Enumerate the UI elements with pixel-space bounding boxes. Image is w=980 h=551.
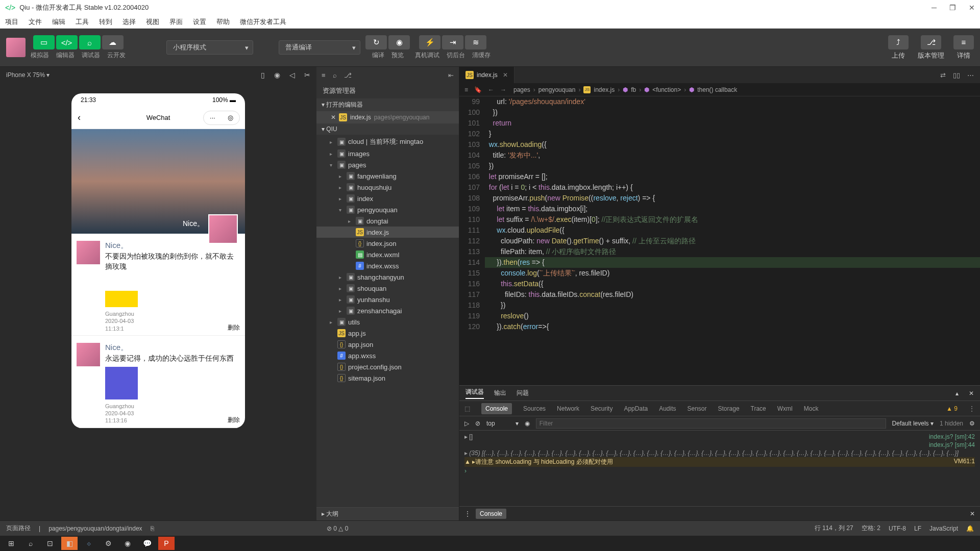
console-filter-input[interactable] <box>536 418 886 429</box>
drawer-close-icon[interactable]: ✕ <box>970 510 975 517</box>
devtab-sensor[interactable]: Sensor <box>688 405 707 412</box>
devtab-network[interactable]: Network <box>557 405 579 412</box>
devtools-tab-output[interactable]: 输出 <box>494 389 506 397</box>
close-tab-icon[interactable]: ✕ <box>503 71 508 79</box>
tree-node-app.json[interactable]: {}app.json <box>316 339 459 350</box>
editor-button[interactable]: </> <box>56 35 78 49</box>
sim-cut-icon[interactable]: ✂ <box>304 71 310 79</box>
search-icon[interactable]: ⌕ <box>333 71 337 79</box>
start-button[interactable]: ⊞ <box>3 537 19 550</box>
phone-screen[interactable]: 21:33100% ▬ ‹ WeChat ···◎ Nice。 Nice。 不要… <box>71 93 245 428</box>
devtools-close-icon[interactable]: ✕ <box>969 390 974 397</box>
code-area[interactable]: 99 100 101 102 103 104 105 106 107 108 1… <box>459 96 980 385</box>
app1-button[interactable]: ◧ <box>61 537 78 550</box>
maximize-button[interactable]: ❐ <box>949 4 956 12</box>
tree-node-index.js[interactable]: JSindex.js <box>316 227 459 238</box>
devtab-audits[interactable]: Audits <box>659 405 676 412</box>
tree-node-index.json[interactable]: {}index.json <box>316 238 459 249</box>
details-button[interactable]: ≡ <box>953 35 974 49</box>
chrome-button[interactable]: ◉ <box>119 537 136 550</box>
branch-icon[interactable]: ⎇ <box>344 71 352 79</box>
background-button[interactable]: ⇥ <box>442 35 463 49</box>
tree-node-shangchangyun[interactable]: ▸▣shangchangyun <box>316 271 459 283</box>
hero-image[interactable]: Nice。 <box>71 129 245 234</box>
opened-file[interactable]: ✕ JS index.js pages\pengyouquan <box>316 111 459 123</box>
tree-node-fangwenliang[interactable]: ▸▣fangwenliang <box>316 170 459 182</box>
post-avatar[interactable] <box>77 241 100 264</box>
tree-node-index.wxml[interactable]: ▤index.wxml <box>316 249 459 260</box>
tree-node-shouquan[interactable]: ▸▣shouquan <box>316 283 459 294</box>
console-menu-icon[interactable]: ⋮ <box>464 510 471 517</box>
clear-console-icon[interactable]: ⊘ <box>475 420 480 427</box>
devtab-trace[interactable]: Trace <box>751 405 766 412</box>
post-image[interactable] <box>105 274 138 307</box>
delete-button[interactable]: 删除 <box>228 324 240 332</box>
language-info[interactable]: JavaScript <box>929 525 958 532</box>
outline-header[interactable]: ▸ 大纲 <box>316 507 459 520</box>
inspect-icon[interactable]: ⬚ <box>464 405 470 412</box>
breadcrumb[interactable]: ≡🔖←→ pages› pengyouquan› JSindex.js› ⬢fb… <box>459 83 980 96</box>
devtab-console[interactable]: Console <box>481 403 512 414</box>
remote-debug-button[interactable]: ⚡ <box>419 35 440 49</box>
tree-node-pages[interactable]: ▾▣pages <box>316 159 459 170</box>
mode-dropdown[interactable]: 小程序模式 <box>166 40 253 55</box>
devtab-security[interactable]: Security <box>591 405 612 412</box>
opened-editors-header[interactable]: ▾ 打开的编辑器 <box>316 98 459 111</box>
debugger-button[interactable]: ⌕ <box>79 35 101 49</box>
minimize-button[interactable]: ─ <box>932 4 937 12</box>
tree-node-sitemap.json[interactable]: {}sitemap.json <box>316 372 459 384</box>
post-author[interactable]: Nice。 <box>105 343 240 353</box>
tree-node-utils[interactable]: ▸▣utils <box>316 316 459 328</box>
menu-帮助[interactable]: 帮助 <box>216 17 230 27</box>
devtab-mock[interactable]: Mock <box>804 405 819 412</box>
menu-文件[interactable]: 文件 <box>29 17 42 27</box>
tree-node-project.config.json[interactable]: {}project.config.json <box>316 361 459 372</box>
menu-视图[interactable]: 视图 <box>146 17 159 27</box>
console-drawer-tab[interactable]: Console <box>476 509 506 519</box>
copy-path-icon[interactable]: ⎘ <box>151 525 154 532</box>
context-selector[interactable]: top ▾ <box>486 420 519 427</box>
menu-设置[interactable]: 设置 <box>193 17 206 27</box>
hero-avatar[interactable] <box>208 214 238 244</box>
split-icon[interactable]: ▯▯ <box>953 71 960 79</box>
close-icon[interactable]: ✕ <box>331 114 336 121</box>
sim-rotate-icon[interactable]: ▯ <box>261 71 265 79</box>
sim-mute-icon[interactable]: ◁ <box>289 71 295 79</box>
devtools-tab-problems[interactable]: 问题 <box>517 389 529 397</box>
menu-转到[interactable]: 转到 <box>99 17 112 27</box>
preview-button[interactable]: ◉ <box>388 35 410 49</box>
console-body[interactable]: ▸ []index.js? [sm]:42 index.js? [sm]:44 … <box>459 431 980 506</box>
tree-node-pengyouquan[interactable]: ▾▣pengyouquan <box>316 204 459 215</box>
menu-选择[interactable]: 选择 <box>122 17 136 27</box>
indent-info[interactable]: 空格: 2 <box>862 524 880 533</box>
menu-项目[interactable]: 项目 <box>5 17 18 27</box>
back-icon[interactable]: ‹ <box>78 112 81 123</box>
sim-record-icon[interactable]: ◉ <box>274 71 280 79</box>
eye-icon[interactable]: ◉ <box>525 420 530 427</box>
delete-button[interactable]: 删除 <box>228 416 240 424</box>
tree-node-zenshanchagai[interactable]: ▸▣zenshanchagai <box>316 305 459 316</box>
settings-icon[interactable]: ⚙ <box>969 420 975 427</box>
run-icon[interactable]: ▷ <box>464 420 469 427</box>
wechat-button[interactable]: 💬 <box>139 537 155 550</box>
simulator-button[interactable]: ▭ <box>33 35 55 49</box>
clear-cache-button[interactable]: ≋ <box>465 35 486 49</box>
eol-info[interactable]: LF <box>914 525 921 532</box>
cloud-button[interactable]: ☁ <box>102 35 124 49</box>
devtools-tab-debugger[interactable]: 调试器 <box>465 388 484 399</box>
page-path[interactable]: pages/pengyouquan/dongtai/index <box>48 525 142 532</box>
devtab-storage[interactable]: Storage <box>718 405 740 412</box>
menu-工具[interactable]: 工具 <box>76 17 89 27</box>
menu-界面[interactable]: 界面 <box>169 17 183 27</box>
search-button[interactable]: ⌕ <box>22 537 39 550</box>
app2-button[interactable]: ⚙ <box>100 537 116 550</box>
devtab-wxml[interactable]: Wxml <box>777 405 793 412</box>
vscode-button[interactable]: ⟐ <box>81 537 97 550</box>
ppt-button[interactable]: P <box>158 537 175 550</box>
bell-icon[interactable]: 🔔 <box>966 525 974 532</box>
close-button[interactable]: ✕ <box>969 4 975 12</box>
collapse-icon[interactable]: ⇤ <box>448 71 454 79</box>
tree-node-yunhanshu[interactable]: ▸▣yunhanshu <box>316 294 459 305</box>
user-avatar[interactable] <box>6 38 26 57</box>
tree-node-index.wxss[interactable]: #index.wxss <box>316 260 459 271</box>
